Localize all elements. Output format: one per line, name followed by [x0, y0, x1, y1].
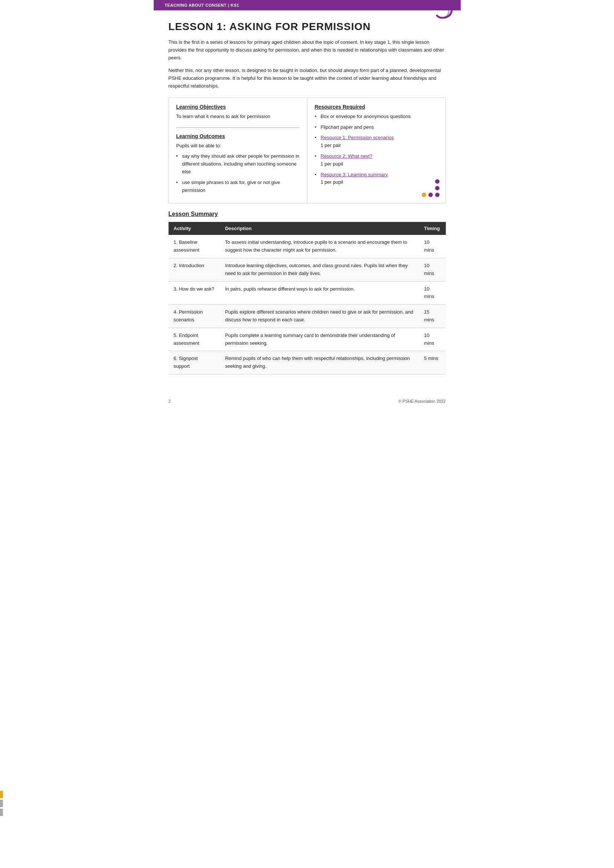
cell-description: Pupils complete a learning summary card …: [220, 328, 419, 351]
resource-item-5: Resource 3: Learning summary1 per pupil: [315, 171, 438, 187]
cell-activity: 4. Permission scenarios: [169, 305, 220, 328]
cell-timing: 10 mins: [419, 281, 445, 305]
dots-row-2: [435, 186, 440, 191]
table-row: 4. Permission scenarios Pupils explore d…: [169, 305, 446, 328]
cell-activity: 2. Introduction: [169, 258, 220, 281]
cell-description: Remind pupils of who can help them with …: [220, 351, 419, 374]
cell-activity: 3. How do we ask?: [169, 281, 220, 305]
header-bar: TEACHING ABOUT CONSENT | KS1: [154, 0, 460, 10]
resources-heading: Resources Required: [315, 104, 438, 110]
dot-2: [435, 186, 440, 191]
divider: [176, 127, 299, 128]
learning-outcomes-list: say why they should ask other people for…: [176, 152, 299, 194]
table-row: 5. Endpoint assessment Pupils complete a…: [169, 328, 446, 351]
learning-objectives-heading: Learning Objectives: [176, 104, 299, 110]
lesson-summary-section: Lesson Summary Activity Description Timi…: [169, 211, 446, 374]
resources-section: Resources Required Box or envelope for a…: [315, 104, 438, 186]
resources-list: Box or envelope for anonymous questions …: [315, 113, 438, 186]
cell-activity: 5. Endpoint assessment: [169, 328, 220, 351]
left-column: Learning Objectives To learn what it mea…: [169, 98, 307, 203]
resource-item-3: Resource 1: Permission scenarios1 per pa…: [315, 134, 438, 150]
learning-outcomes-heading: Learning Outcomes: [176, 133, 299, 139]
dot-5: [435, 192, 440, 197]
col-timing: Timing: [419, 222, 445, 235]
learning-outcomes-section: Learning Outcomes Pupils will be able to…: [176, 133, 299, 194]
info-box: Learning Objectives To learn what it mea…: [169, 98, 446, 204]
table-row: 1. Baseline assessment To assess initial…: [169, 235, 446, 258]
dot-3: [422, 192, 426, 197]
dot-1: [435, 179, 440, 184]
resource-link-1[interactable]: Resource 1: Permission scenarios: [321, 135, 394, 140]
cell-activity: 6. Signpost support: [169, 351, 220, 374]
resource-item-2: Flipchart paper and pens: [315, 124, 438, 131]
resource-link-2[interactable]: Resource 2: What next?: [321, 153, 372, 159]
table-row: 3. How do we ask? In pairs, pupils rehea…: [169, 281, 446, 305]
cell-activity: 1. Baseline assessment: [169, 235, 220, 258]
cell-timing: 10 mins: [419, 258, 445, 281]
copyright: © PSHE Association 2022: [398, 399, 445, 403]
cell-timing: 10 mins: [419, 328, 445, 351]
dot-4: [428, 192, 433, 197]
lesson-summary-title: Lesson Summary: [169, 211, 446, 217]
intro-paragraph-2: Neither this, nor any other lesson, is d…: [169, 67, 446, 90]
page-number: 2: [169, 399, 171, 403]
cell-timing: 15 mins: [419, 305, 445, 328]
dots-decoration: [422, 179, 440, 197]
footer: 2 © PSHE Association 2022: [154, 393, 460, 407]
cell-description: In pairs, pupils rehearse different ways…: [220, 281, 419, 305]
table-row: 6. Signpost support Remind pupils of who…: [169, 351, 446, 374]
learning-outcome-item-2: use simple phrases to ask for, give or n…: [176, 179, 299, 194]
resource-item-4: Resource 2: What next?1 per pupil: [315, 152, 438, 168]
col-activity: Activity: [169, 222, 220, 235]
intro-paragraph-1: This is the first in a series of lessons…: [169, 39, 446, 62]
table-row: 2. Introduction Introduce learning objec…: [169, 258, 446, 281]
cell-description: Pupils explore different scenarios where…: [220, 305, 419, 328]
resource-item-1: Box or envelope for anonymous questions: [315, 113, 438, 121]
learning-objectives-text: To learn what it means to ask for permis…: [176, 113, 299, 121]
right-column: Resources Required Box or envelope for a…: [307, 98, 445, 203]
cell-description: To assess initial understanding, introdu…: [220, 235, 419, 258]
learning-outcomes-intro: Pupils will be able to:: [176, 142, 299, 150]
dots-row-1: [435, 179, 440, 184]
summary-table: Activity Description Timing 1. Baseline …: [169, 222, 446, 374]
main-content: LESSON 1: ASKING FOR PERMISSION This is …: [154, 10, 460, 386]
logo-icon: [431, 2, 453, 20]
cell-description: Introduce learning objectives, outcomes,…: [220, 258, 419, 281]
logo-area: [431, 2, 453, 20]
lesson-title: LESSON 1: ASKING FOR PERMISSION: [169, 21, 446, 33]
table-header-row: Activity Description Timing: [169, 222, 446, 235]
learning-objectives-section: Learning Objectives To learn what it mea…: [176, 104, 299, 121]
col-description: Description: [220, 222, 419, 235]
cell-timing: 5 mins: [419, 351, 445, 374]
cell-timing: 10 mins: [419, 235, 445, 258]
dots-row-3: [422, 192, 440, 197]
resource-link-3[interactable]: Resource 3: Learning summary: [321, 172, 388, 177]
header-text: TEACHING ABOUT CONSENT | KS1: [165, 3, 239, 8]
learning-outcome-item-1: say why they should ask other people for…: [176, 152, 299, 175]
